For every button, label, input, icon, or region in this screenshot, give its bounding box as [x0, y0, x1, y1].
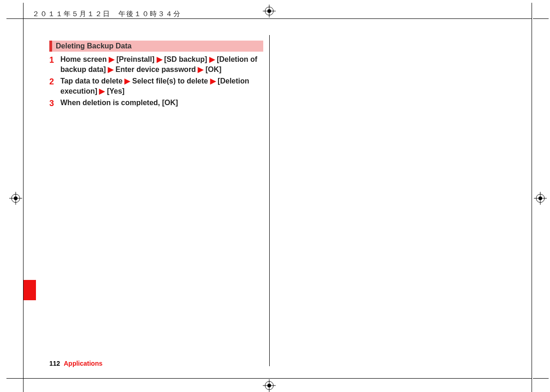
- step-text: [OK]: [203, 65, 221, 73]
- footer-section-name: Applications: [64, 360, 102, 367]
- arrow-icon: ▶: [210, 77, 216, 85]
- step-text: When deletion is completed, [OK]: [60, 99, 178, 107]
- header-datetime: ２０１１年５月１２日 午後１０時３４分: [32, 10, 181, 18]
- arrow-icon: ▶: [209, 55, 215, 63]
- arrow-icon: ▶: [99, 87, 105, 95]
- step-number: 3: [49, 98, 60, 109]
- crop-rule-top: [11, 18, 532, 19]
- arrow-icon: ▶: [108, 65, 113, 73]
- crop-tick: [532, 3, 532, 6]
- crop-tick: [532, 389, 532, 392]
- step-text: Tap data to delete: [60, 77, 124, 85]
- step-text: [Yes]: [105, 87, 124, 95]
- thumb-tab: [24, 280, 36, 300]
- crop-tick: [23, 389, 24, 392]
- crop-tick: [6, 378, 11, 379]
- crop-rule-left: [23, 6, 24, 389]
- step-text: [SD backup]: [162, 55, 209, 63]
- arrow-icon: ▶: [109, 55, 114, 63]
- step: 1Home screen ▶ [Preinstall] ▶ [SD backup…: [49, 54, 263, 74]
- crop-tick: [533, 378, 549, 379]
- step: 2Tap data to delete ▶ Select file(s) to …: [49, 76, 263, 96]
- content-column: Deleting Backup Data 1Home screen ▶ [Pre…: [49, 41, 263, 111]
- step-body: Tap data to delete ▶ Select file(s) to d…: [60, 76, 263, 96]
- registration-mark-icon: [263, 5, 276, 18]
- page-footer: 112 Applications: [49, 360, 102, 367]
- step: 3When deletion is completed, [OK]: [49, 98, 263, 109]
- registration-mark-icon: [263, 379, 276, 392]
- step-body: When deletion is completed, [OK]: [60, 98, 178, 109]
- column-divider: [269, 35, 270, 366]
- step-text: [Preinstall]: [114, 55, 157, 63]
- arrow-icon: ▶: [124, 77, 130, 85]
- arrow-icon: ▶: [157, 55, 162, 63]
- arrow-icon: ▶: [198, 65, 203, 73]
- steps-list: 1Home screen ▶ [Preinstall] ▶ [SD backup…: [49, 54, 263, 109]
- crop-tick: [533, 18, 549, 19]
- section-title: Deleting Backup Data: [49, 41, 263, 52]
- page-number: 112: [49, 360, 60, 367]
- crop-tick: [23, 3, 24, 6]
- crop-rule-right: [532, 6, 532, 389]
- crop-rule-bottom: [11, 378, 532, 379]
- step-number: 2: [49, 76, 60, 96]
- step-number: 1: [49, 54, 60, 74]
- crop-tick: [6, 18, 11, 19]
- registration-mark-icon: [534, 192, 547, 205]
- step-text: Select file(s) to delete: [130, 77, 210, 85]
- page: ２０１１年５月１２日 午後１０時３４分 Deleting Backup Data…: [0, 0, 550, 392]
- step-text: Home screen: [60, 55, 109, 63]
- registration-mark-icon: [9, 192, 22, 205]
- step-text: Enter device password: [113, 65, 198, 73]
- step-body: Home screen ▶ [Preinstall] ▶ [SD backup]…: [60, 54, 263, 74]
